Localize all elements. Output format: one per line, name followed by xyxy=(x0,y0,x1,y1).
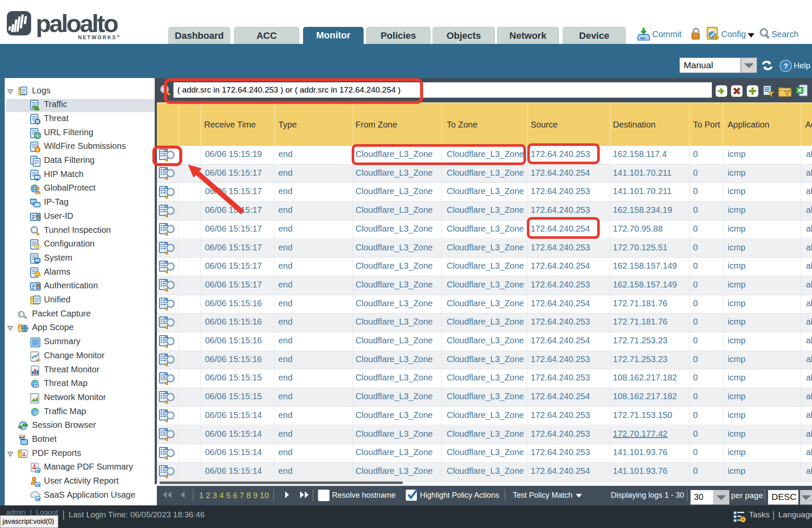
svg-text:?: ? xyxy=(783,62,788,70)
